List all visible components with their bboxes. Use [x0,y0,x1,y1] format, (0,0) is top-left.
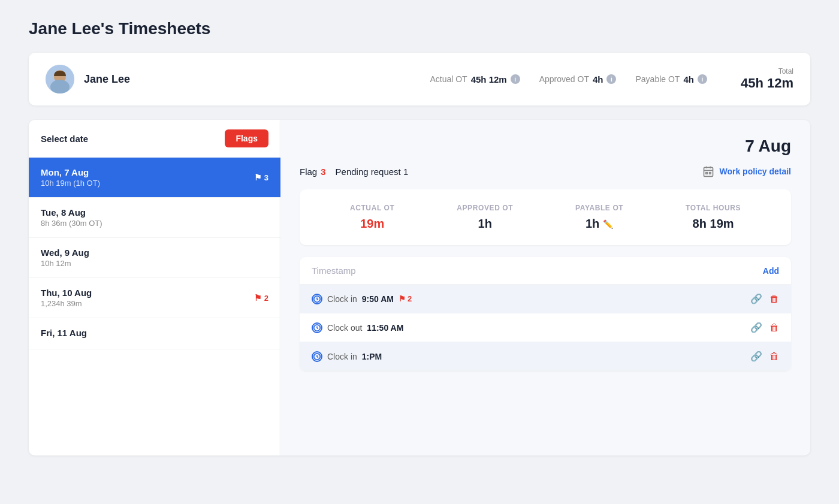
ts-actions: 🔗 🗑 [750,322,779,333]
flag-badge: ⚑ 3 [254,173,268,182]
flag-icon: ⚑ [399,294,406,303]
date-name: Thu, 10 Aug [41,288,92,298]
meta-left: Flag 3 Pending request 1 [300,167,408,177]
date-hours: 8h 36m (30m OT) [41,219,102,228]
date-item[interactable]: Mon, 7 Aug 10h 19m (1h OT) ⚑ 3 [29,158,280,198]
payable-ot-edit-icon[interactable]: ✏️ [603,219,613,229]
page-title: Jane Lee's Timesheets [29,19,810,38]
actual-ot-stat: Actual OT 45h 12m i [430,74,520,84]
sidebar-title: Select date [41,134,88,144]
ts-time: 1:PM [362,352,382,361]
timestamp-card: Timestamp Add Clock in 9:50 AM ⚑ [300,257,791,371]
edit-icon[interactable]: 🔗 [750,322,762,333]
timestamp-header: Timestamp Add [300,257,791,285]
date-item[interactable]: Wed, 9 Aug 10h 12m [29,238,280,278]
sidebar: Select date Flags Mon, 7 Aug 10h 19m (1h… [29,120,280,455]
ts-actions: 🔗 🗑 [750,293,779,304]
date-name: Wed, 9 Aug [41,248,89,258]
flag-icon: ⚑ [254,293,262,303]
timestamp-row: Clock in 1:PM 🔗 🗑 [300,342,791,371]
timestamp-row: Clock out 11:50 AM 🔗 🗑 [300,313,791,342]
timestamp-row: Clock in 9:50 AM ⚑ 2 🔗 🗑 [300,285,791,313]
delete-icon[interactable]: 🗑 [769,351,779,362]
approved-ot-stat: Approved OT 4h i [539,74,617,84]
ot-summary: ACTUAL OT 19m APPROVED OT 1h PAYABLE OT … [300,189,791,245]
date-item[interactable]: Thu, 10 Aug 1,234h 39m ⚑ 2 [29,278,280,318]
svg-rect-3 [704,167,713,176]
ts-flag: ⚑ 2 [399,294,412,303]
actual-ot-stat: ACTUAL OT 19m [350,204,395,231]
date-hours: 10h 19m (1h OT) [41,179,100,188]
total-hours-stat: TOTAL HOURS 8h 19m [686,204,741,231]
svg-rect-7 [706,173,708,174]
delete-icon[interactable]: 🗑 [769,294,779,304]
ts-time: 11:50 AM [367,323,403,333]
total-block: Total 45h 12m [741,67,793,91]
summary-card: Jane Lee Actual OT 45h 12m i Approved OT… [29,53,810,105]
approved-ot-info-icon[interactable]: i [606,74,616,84]
flag-icon: ⚑ [254,173,262,182]
content-date: 7 Aug [300,137,791,156]
clock-icon [312,322,322,333]
sidebar-header: Select date Flags [29,120,280,158]
date-item[interactable]: Tue, 8 Aug 8h 36m (30m OT) [29,198,280,238]
flag-badge: ⚑ 2 [254,293,268,303]
edit-icon[interactable]: 🔗 [750,293,762,304]
approved-ot-stat: APPROVED OT 1h [457,204,513,231]
flag-count: Flag 3 [300,167,326,177]
content-meta: Flag 3 Pending request 1 [300,165,791,177]
payable-ot-stat: PAYABLE OT 1h ✏️ [575,204,623,231]
user-name: Jane Lee [84,73,130,86]
date-hours: 10h 12m [41,259,89,268]
ts-type: Clock in [327,294,357,304]
ts-actions: 🔗 🗑 [750,351,779,362]
calendar-icon [702,165,714,177]
clock-icon [312,351,322,362]
ts-type: Clock out [327,323,362,333]
add-timestamp-button[interactable]: Add [763,266,779,276]
flags-button[interactable]: Flags [225,129,268,147]
date-name: Tue, 8 Aug [41,207,102,218]
clock-icon [312,294,322,304]
summary-stats: Actual OT 45h 12m i Approved OT 4h i Pay… [430,67,793,91]
timestamp-title: Timestamp [312,265,356,276]
ts-time: 9:50 AM [362,294,394,304]
delete-icon[interactable]: 🗑 [769,322,779,333]
date-name: Mon, 7 Aug [41,167,100,177]
ts-type: Clock in [327,352,357,361]
avatar [46,65,74,93]
edit-icon[interactable]: 🔗 [750,351,762,362]
svg-rect-8 [710,173,711,174]
payable-ot-info-icon[interactable]: i [698,74,707,84]
date-name: Fri, 11 Aug [41,328,87,338]
main-layout: Select date Flags Mon, 7 Aug 10h 19m (1h… [29,120,810,455]
content-panel: 7 Aug Flag 3 Pending request 1 [280,120,810,455]
svg-point-2 [50,80,70,93]
pending-request: Pending request 1 [336,167,409,177]
payable-ot-stat: Payable OT 4h i [635,74,707,84]
date-list: Mon, 7 Aug 10h 19m (1h OT) ⚑ 3 Tue, 8 Au… [29,158,280,349]
date-item[interactable]: Fri, 11 Aug [29,318,280,349]
actual-ot-info-icon[interactable]: i [511,74,520,84]
date-hours: 1,234h 39m [41,299,92,308]
work-policy-link[interactable]: Work policy detail [702,165,791,177]
